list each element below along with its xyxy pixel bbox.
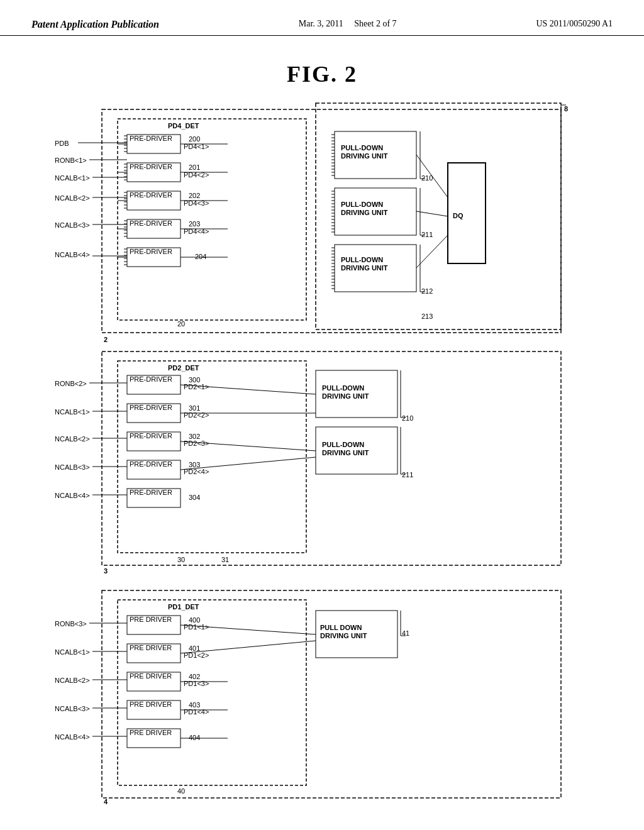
num-303: 303 bbox=[189, 461, 200, 468]
ronb1-label: RONB<1> bbox=[55, 157, 87, 164]
num-400: 400 bbox=[189, 616, 200, 624]
pulldown-b3-211-line1: PULL-DOWN bbox=[322, 441, 364, 448]
label-213-top: 213 bbox=[421, 313, 433, 320]
sheet-info: Sheet 2 of 7 bbox=[354, 19, 396, 28]
pd4-det-label: PD4_DET bbox=[168, 122, 199, 130]
ncalb3-top-label: NCALB<3> bbox=[55, 221, 90, 229]
pre-driver-403: PRE DRIVER bbox=[130, 700, 172, 708]
pulldown-b4-line2: DRIVING UNIT bbox=[320, 632, 367, 639]
num-203-label: 203 bbox=[189, 220, 200, 228]
ncalb1-top-label: NCALB<1> bbox=[55, 174, 90, 182]
num-402: 402 bbox=[189, 673, 200, 680]
pre-driver-400: PRE DRIVER bbox=[130, 616, 172, 623]
ncalb2-bot-label: NCALB<2> bbox=[55, 677, 90, 684]
pre-driver-302: PRE-DRIVER bbox=[130, 432, 172, 440]
svg-line-72 bbox=[180, 641, 316, 653]
pre-driver-203-label: PRE-DRIVER bbox=[130, 219, 172, 227]
pre-driver-200-label: PRE-DRIVER bbox=[130, 135, 172, 142]
label-212-top: 212 bbox=[421, 287, 433, 295]
pre-driver-304: PRE-DRIVER bbox=[130, 489, 172, 496]
ncalb4-mid-label: NCALB<4> bbox=[55, 492, 90, 499]
pd1-3-label: PD1<3> bbox=[184, 680, 209, 687]
pulldown-b3-211-line2: DRIVING UNIT bbox=[322, 449, 369, 456]
svg-rect-35 bbox=[118, 361, 306, 553]
svg-rect-34 bbox=[102, 351, 561, 565]
label-211-top: 211 bbox=[421, 231, 433, 238]
pre-driver-201-label: PRE-DRIVER bbox=[130, 163, 172, 170]
pulldown-b3-210-line1: PULL-DOWN bbox=[322, 384, 364, 392]
ronb2-label: RONB<2> bbox=[55, 380, 87, 387]
pd2-det-label: PD2_DET bbox=[168, 364, 199, 372]
num-304: 304 bbox=[189, 494, 200, 501]
pulldown-210-line2: DRIVING UNIT bbox=[341, 152, 388, 160]
ncalb4-bot-label: NCALB<4> bbox=[55, 733, 90, 741]
pulldown-211-line1: PULL-DOWN bbox=[341, 201, 383, 208]
svg-line-55 bbox=[180, 457, 316, 470]
num-403: 403 bbox=[189, 701, 200, 709]
ncalb4-top-label: NCALB<4> bbox=[55, 251, 90, 258]
pulldown-b3-210-line2: DRIVING UNIT bbox=[322, 392, 369, 400]
num-301: 301 bbox=[189, 404, 200, 412]
pre-driver-401: PRE DRIVER bbox=[130, 644, 172, 651]
pdb-label: PDB bbox=[55, 140, 69, 147]
patent-number: US 2011/0050290 A1 bbox=[536, 19, 613, 29]
num-404: 404 bbox=[189, 734, 200, 741]
svg-rect-0 bbox=[316, 103, 561, 329]
svg-line-26 bbox=[416, 211, 448, 216]
svg-line-27 bbox=[416, 235, 448, 268]
ncalb2-mid-label: NCALB<2> bbox=[55, 435, 90, 443]
figure-title: FIG. 2 bbox=[0, 61, 644, 87]
block3-label: 3 bbox=[104, 567, 108, 575]
ronb3-label: RONB<3> bbox=[55, 620, 87, 628]
pd1-4-label: PD1<4> bbox=[184, 708, 209, 716]
header-center: Mar. 3, 2011 Sheet 2 of 7 bbox=[299, 19, 397, 29]
block20-label: 20 bbox=[177, 320, 185, 328]
pulldown-212-line1: PULL-DOWN bbox=[341, 256, 383, 263]
num-200-label: 200 bbox=[189, 135, 200, 143]
block8-label: 8 bbox=[564, 105, 568, 113]
dq-label: DQ bbox=[453, 212, 464, 219]
num-201-label: 201 bbox=[189, 163, 200, 171]
pre-driver-202-label: PRE-DRIVER bbox=[130, 191, 172, 199]
pre-driver-303: PRE-DRIVER bbox=[130, 460, 172, 468]
pulldown-212-line2: DRIVING UNIT bbox=[341, 264, 388, 272]
pre-driver-300: PRE-DRIVER bbox=[130, 375, 172, 383]
num-202-label: 202 bbox=[189, 192, 200, 199]
publication-date: Mar. 3, 2011 bbox=[299, 19, 343, 28]
num-302: 302 bbox=[189, 433, 200, 440]
page-header: Patent Application Publication Mar. 3, 2… bbox=[0, 0, 644, 36]
circuit-diagram: 8 2 PD4_DET 20 PRE-DRIVER PD4<1> 200 PRE… bbox=[45, 100, 599, 823]
num-204-label: 204 bbox=[195, 253, 206, 260]
pre-driver-404: PRE DRIVER bbox=[130, 729, 172, 736]
block31-label: 31 bbox=[221, 556, 229, 563]
block4-label: 4 bbox=[104, 798, 108, 805]
publication-title: Patent Application Publication bbox=[31, 19, 159, 30]
pre-driver-301: PRE-DRIVER bbox=[130, 404, 172, 411]
block30-label: 30 bbox=[177, 556, 185, 563]
pd2-2-label: PD2<2> bbox=[184, 411, 209, 419]
pulldown-b4-line1: PULL DOWN bbox=[320, 624, 362, 631]
diagram-container: 8 2 PD4_DET 20 PRE-DRIVER PD4<1> 200 PRE… bbox=[45, 100, 599, 823]
ncalb1-mid-label: NCALB<1> bbox=[55, 408, 90, 416]
ncalb3-mid-label: NCALB<3> bbox=[55, 463, 90, 471]
label-210-top: 210 bbox=[421, 174, 433, 182]
block2-label: 2 bbox=[104, 336, 108, 343]
label-210-b3: 210 bbox=[402, 414, 413, 422]
pulldown-211-line2: DRIVING UNIT bbox=[341, 209, 388, 216]
block40-label: 40 bbox=[177, 787, 185, 795]
pre-driver-402: PRE DRIVER bbox=[130, 672, 172, 680]
num-300: 300 bbox=[189, 376, 200, 384]
svg-rect-57 bbox=[118, 600, 306, 785]
pre-driver-204-label: PRE-DRIVER bbox=[130, 248, 172, 255]
ncalb2-top-label: NCALB<2> bbox=[55, 194, 90, 202]
ncalb3-bot-label: NCALB<3> bbox=[55, 705, 90, 712]
num-401: 401 bbox=[189, 645, 200, 652]
ncalb1-bot-label: NCALB<1> bbox=[55, 648, 90, 656]
pd1-det-label: PD1_DET bbox=[168, 603, 199, 611]
pulldown-210-line1: PULL-DOWN bbox=[341, 144, 383, 152]
label-211-b3: 211 bbox=[402, 471, 413, 479]
